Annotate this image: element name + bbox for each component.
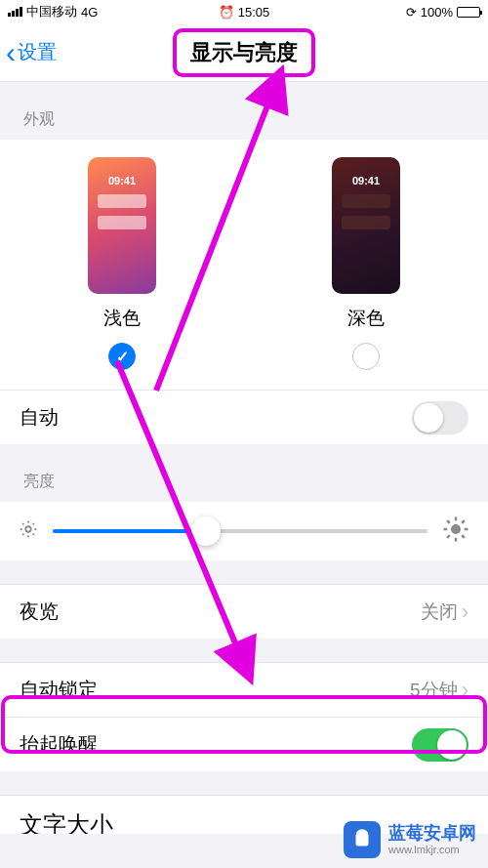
text-size-label: 文字大小 bbox=[20, 809, 113, 834]
network-label: 4G bbox=[81, 5, 98, 20]
nav-bar: ‹ 设置 显示与亮度 bbox=[0, 23, 488, 82]
brightness-row bbox=[0, 502, 488, 560]
svg-point-0 bbox=[25, 526, 31, 532]
battery-label: 100% bbox=[421, 5, 453, 20]
sun-large-icon bbox=[441, 515, 470, 548]
row-auto[interactable]: 自动 bbox=[0, 390, 488, 444]
raise-to-wake-toggle[interactable] bbox=[412, 728, 468, 762]
section-header-appearance: 外观 bbox=[0, 82, 488, 140]
alarm-icon: ⏰ bbox=[219, 5, 234, 20]
light-radio[interactable] bbox=[108, 343, 136, 370]
brightness-slider[interactable] bbox=[53, 529, 427, 533]
row-auto-lock[interactable]: 自动锁定 5分钟 › bbox=[0, 662, 488, 717]
back-button[interactable]: ‹ 设置 bbox=[0, 38, 57, 67]
raise-to-wake-label: 抬起唤醒 bbox=[20, 731, 98, 758]
appearance-row: 09:41 浅色 09:41 深色 bbox=[0, 140, 488, 390]
watermark-title: 蓝莓安卓网 bbox=[388, 824, 476, 844]
page-title: 显示与亮度 bbox=[190, 38, 298, 67]
appearance-option-dark[interactable]: 09:41 深色 bbox=[332, 157, 400, 370]
preview-time: 09:41 bbox=[108, 175, 136, 186]
chevron-right-icon: › bbox=[462, 599, 468, 625]
night-shift-label: 夜览 bbox=[20, 599, 59, 625]
svg-point-1 bbox=[451, 524, 461, 534]
status-time: 15:05 bbox=[238, 5, 270, 20]
signal-icon bbox=[8, 7, 22, 17]
dark-label: 深色 bbox=[347, 306, 385, 331]
night-shift-value: 关闭 bbox=[421, 599, 458, 625]
back-label: 设置 bbox=[18, 39, 57, 65]
appearance-option-light[interactable]: 09:41 浅色 bbox=[88, 157, 156, 370]
carrier-label: 中国移动 bbox=[26, 3, 77, 21]
row-raise-to-wake[interactable]: 抬起唤醒 bbox=[0, 717, 488, 771]
slider-thumb[interactable] bbox=[191, 517, 221, 546]
section-header-brightness: 亮度 bbox=[0, 444, 488, 502]
auto-lock-label: 自动锁定 bbox=[20, 677, 98, 703]
auto-label: 自动 bbox=[20, 404, 59, 431]
watermark: 蓝莓安卓网 www.lmkjr.com bbox=[344, 821, 476, 858]
status-bar: 中国移动 4G ⏰ 15:05 ⟳ 100% bbox=[0, 0, 488, 23]
light-preview: 09:41 bbox=[88, 157, 156, 294]
watermark-url: www.lmkjr.com bbox=[388, 844, 476, 855]
dark-preview: 09:41 bbox=[332, 157, 400, 294]
chevron-left-icon: ‹ bbox=[6, 38, 16, 67]
light-label: 浅色 bbox=[103, 306, 141, 331]
auto-toggle[interactable] bbox=[412, 401, 468, 434]
chevron-right-icon: › bbox=[462, 678, 468, 703]
row-night-shift[interactable]: 夜览 关闭 › bbox=[0, 584, 488, 639]
title-highlight-box: 显示与亮度 bbox=[173, 28, 315, 77]
watermark-icon bbox=[344, 821, 381, 858]
auto-lock-value: 5分钟 bbox=[410, 678, 458, 703]
preview-time: 09:41 bbox=[352, 175, 380, 186]
battery-icon bbox=[457, 7, 480, 18]
sun-small-icon bbox=[18, 518, 39, 544]
dark-radio[interactable] bbox=[352, 343, 380, 370]
rotation-lock-icon: ⟳ bbox=[406, 5, 417, 20]
